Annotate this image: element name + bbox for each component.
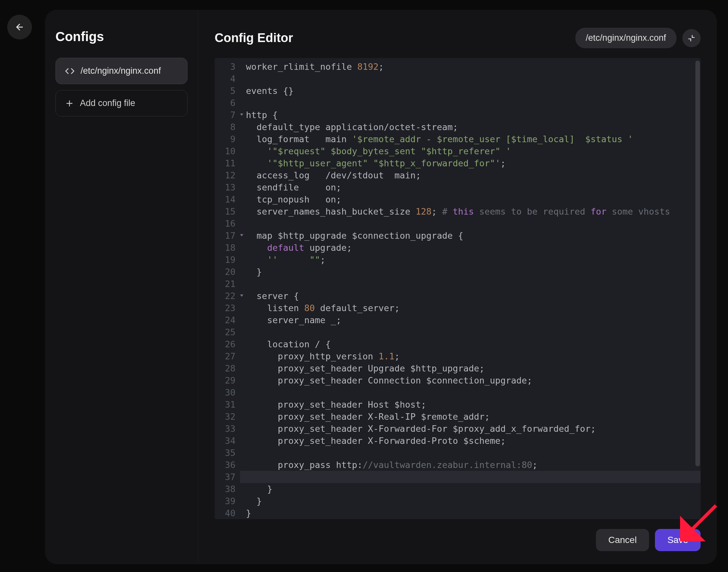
- minimize-icon: [687, 34, 696, 43]
- editor-main: Config Editor /etc/nginx/nginx.conf 3456…: [198, 10, 717, 564]
- minimize-button[interactable]: [682, 29, 701, 47]
- add-config-button[interactable]: Add config file: [56, 90, 188, 117]
- file-path-chip[interactable]: /etc/nginx/nginx.conf: [575, 28, 676, 48]
- editor-scrollbar[interactable]: [696, 61, 700, 466]
- editor-header: Config Editor /etc/nginx/nginx.conf: [215, 28, 701, 48]
- line-number-gutter: 3456789101112131415161718192021222324252…: [215, 58, 240, 519]
- plus-icon: [65, 99, 74, 108]
- code-content[interactable]: worker_rlimit_nofile 8192;events {}http …: [240, 58, 701, 519]
- arrow-left-icon: [15, 22, 24, 32]
- add-config-label: Add config file: [80, 98, 135, 108]
- sidebar-title: Configs: [56, 29, 188, 44]
- code-icon: [65, 66, 75, 76]
- cancel-button[interactable]: Cancel: [596, 529, 649, 551]
- config-editor-modal: Configs /etc/nginx/nginx.conf Add config…: [45, 10, 717, 564]
- configs-sidebar: Configs /etc/nginx/nginx.conf Add config…: [45, 10, 198, 564]
- code-editor[interactable]: 3456789101112131415161718192021222324252…: [215, 58, 701, 519]
- save-button[interactable]: Save: [655, 529, 701, 551]
- config-file-name: /etc/nginx/nginx.conf: [81, 66, 161, 76]
- back-button[interactable]: [7, 15, 32, 40]
- editor-title: Config Editor: [215, 31, 293, 45]
- editor-footer: Cancel Save: [215, 519, 701, 551]
- config-file-item[interactable]: /etc/nginx/nginx.conf: [56, 58, 188, 84]
